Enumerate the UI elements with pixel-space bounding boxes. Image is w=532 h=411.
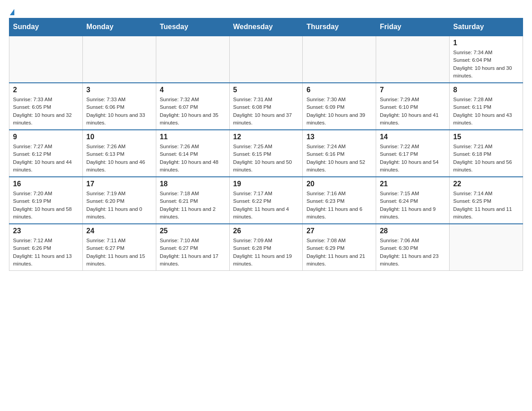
- calendar-cell: 5Sunrise: 7:31 AMSunset: 6:08 PMDaylight…: [229, 83, 303, 130]
- calendar-cell: [9, 36, 83, 83]
- calendar-cell: 12Sunrise: 7:25 AMSunset: 6:15 PMDayligh…: [229, 130, 303, 177]
- day-info: Sunrise: 7:30 AMSunset: 6:09 PMDaylight:…: [306, 96, 372, 127]
- calendar-cell: 24Sunrise: 7:11 AMSunset: 6:27 PMDayligh…: [82, 224, 156, 271]
- calendar-cell: [376, 36, 450, 83]
- calendar-cell: 15Sunrise: 7:21 AMSunset: 6:18 PMDayligh…: [450, 130, 523, 177]
- day-number: 13: [306, 133, 372, 141]
- calendar-cell: 9Sunrise: 7:27 AMSunset: 6:12 PMDaylight…: [9, 130, 83, 177]
- day-number: 18: [160, 180, 226, 188]
- day-info: Sunrise: 7:18 AMSunset: 6:21 PMDaylight:…: [160, 190, 226, 221]
- day-number: 14: [380, 133, 446, 141]
- calendar-cell: 4Sunrise: 7:32 AMSunset: 6:07 PMDaylight…: [156, 83, 229, 130]
- day-number: 8: [453, 86, 519, 94]
- day-number: 1: [453, 39, 519, 47]
- calendar-week-row: 1Sunrise: 7:34 AMSunset: 6:04 PMDaylight…: [9, 36, 523, 83]
- calendar-cell: 7Sunrise: 7:29 AMSunset: 6:10 PMDaylight…: [376, 83, 450, 130]
- day-number: 4: [160, 86, 226, 94]
- day-number: 3: [86, 86, 152, 94]
- day-number: 20: [306, 180, 372, 188]
- calendar-cell: 19Sunrise: 7:17 AMSunset: 6:22 PMDayligh…: [229, 177, 303, 224]
- day-info: Sunrise: 7:27 AMSunset: 6:12 PMDaylight:…: [13, 143, 79, 174]
- calendar-cell: 1Sunrise: 7:34 AMSunset: 6:04 PMDaylight…: [450, 36, 523, 83]
- calendar-cell: 18Sunrise: 7:18 AMSunset: 6:21 PMDayligh…: [156, 177, 229, 224]
- day-number: 2: [13, 86, 79, 94]
- day-of-week-header: Sunday: [9, 18, 83, 36]
- day-number: 24: [86, 227, 152, 235]
- day-number: 7: [380, 86, 446, 94]
- day-info: Sunrise: 7:26 AMSunset: 6:13 PMDaylight:…: [86, 143, 152, 174]
- day-number: 11: [160, 133, 226, 141]
- day-info: Sunrise: 7:19 AMSunset: 6:20 PMDaylight:…: [86, 190, 152, 221]
- day-info: Sunrise: 7:17 AMSunset: 6:22 PMDaylight:…: [233, 190, 299, 221]
- calendar-cell: [156, 36, 229, 83]
- day-number: 27: [306, 227, 372, 235]
- day-info: Sunrise: 7:08 AMSunset: 6:29 PMDaylight:…: [306, 237, 372, 268]
- day-number: 5: [233, 86, 299, 94]
- day-info: Sunrise: 7:14 AMSunset: 6:25 PMDaylight:…: [453, 190, 519, 221]
- day-info: Sunrise: 7:06 AMSunset: 6:30 PMDaylight:…: [380, 237, 446, 268]
- day-info: Sunrise: 7:21 AMSunset: 6:18 PMDaylight:…: [453, 143, 519, 174]
- calendar-cell: 6Sunrise: 7:30 AMSunset: 6:09 PMDaylight…: [303, 83, 376, 130]
- calendar-cell: 22Sunrise: 7:14 AMSunset: 6:25 PMDayligh…: [450, 177, 523, 224]
- day-of-week-header: Monday: [82, 18, 156, 36]
- day-info: Sunrise: 7:09 AMSunset: 6:28 PMDaylight:…: [233, 237, 299, 268]
- day-info: Sunrise: 7:26 AMSunset: 6:14 PMDaylight:…: [160, 143, 226, 174]
- calendar-cell: [303, 36, 376, 83]
- day-number: 16: [13, 180, 79, 188]
- calendar-cell: [450, 224, 523, 271]
- calendar-cell: 26Sunrise: 7:09 AMSunset: 6:28 PMDayligh…: [229, 224, 303, 271]
- calendar-week-row: 9Sunrise: 7:27 AMSunset: 6:12 PMDaylight…: [9, 130, 523, 177]
- calendar-cell: 11Sunrise: 7:26 AMSunset: 6:14 PMDayligh…: [156, 130, 229, 177]
- day-info: Sunrise: 7:31 AMSunset: 6:08 PMDaylight:…: [233, 96, 299, 127]
- day-number: 12: [233, 133, 299, 141]
- calendar-cell: 2Sunrise: 7:33 AMSunset: 6:05 PMDaylight…: [9, 83, 83, 130]
- calendar-cell: 8Sunrise: 7:28 AMSunset: 6:11 PMDaylight…: [450, 83, 523, 130]
- day-info: Sunrise: 7:20 AMSunset: 6:19 PMDaylight:…: [13, 190, 79, 221]
- calendar-cell: 28Sunrise: 7:06 AMSunset: 6:30 PMDayligh…: [376, 224, 450, 271]
- day-number: 21: [380, 180, 446, 188]
- logo-triangle-icon: [10, 9, 14, 15]
- day-info: Sunrise: 7:16 AMSunset: 6:23 PMDaylight:…: [306, 190, 372, 221]
- day-number: 22: [453, 180, 519, 188]
- calendar-table: SundayMondayTuesdayWednesdayThursdayFrid…: [9, 18, 523, 271]
- day-of-week-header: Wednesday: [229, 18, 303, 36]
- day-number: 25: [160, 227, 226, 235]
- calendar-cell: 16Sunrise: 7:20 AMSunset: 6:19 PMDayligh…: [9, 177, 83, 224]
- calendar-cell: 14Sunrise: 7:22 AMSunset: 6:17 PMDayligh…: [376, 130, 450, 177]
- logo: [9, 9, 14, 13]
- day-number: 17: [86, 180, 152, 188]
- day-number: 15: [453, 133, 519, 141]
- day-number: 9: [13, 133, 79, 141]
- day-number: 19: [233, 180, 299, 188]
- day-info: Sunrise: 7:34 AMSunset: 6:04 PMDaylight:…: [453, 49, 519, 80]
- day-number: 6: [306, 86, 372, 94]
- day-number: 10: [86, 133, 152, 141]
- calendar-cell: 25Sunrise: 7:10 AMSunset: 6:27 PMDayligh…: [156, 224, 229, 271]
- calendar-cell: 10Sunrise: 7:26 AMSunset: 6:13 PMDayligh…: [82, 130, 156, 177]
- calendar-cell: 27Sunrise: 7:08 AMSunset: 6:29 PMDayligh…: [303, 224, 376, 271]
- day-info: Sunrise: 7:11 AMSunset: 6:27 PMDaylight:…: [86, 237, 152, 268]
- day-of-week-header: Tuesday: [156, 18, 229, 36]
- day-number: 28: [380, 227, 446, 235]
- day-info: Sunrise: 7:25 AMSunset: 6:15 PMDaylight:…: [233, 143, 299, 174]
- day-number: 23: [13, 227, 79, 235]
- calendar-cell: 20Sunrise: 7:16 AMSunset: 6:23 PMDayligh…: [303, 177, 376, 224]
- calendar-week-row: 23Sunrise: 7:12 AMSunset: 6:26 PMDayligh…: [9, 224, 523, 271]
- day-of-week-header: Saturday: [450, 18, 523, 36]
- day-number: 26: [233, 227, 299, 235]
- calendar-cell: 17Sunrise: 7:19 AMSunset: 6:20 PMDayligh…: [82, 177, 156, 224]
- day-info: Sunrise: 7:12 AMSunset: 6:26 PMDaylight:…: [13, 237, 79, 268]
- page-header: [9, 9, 523, 13]
- calendar-cell: 21Sunrise: 7:15 AMSunset: 6:24 PMDayligh…: [376, 177, 450, 224]
- day-info: Sunrise: 7:29 AMSunset: 6:10 PMDaylight:…: [380, 96, 446, 127]
- day-of-week-header: Thursday: [303, 18, 376, 36]
- day-info: Sunrise: 7:10 AMSunset: 6:27 PMDaylight:…: [160, 237, 226, 268]
- day-info: Sunrise: 7:22 AMSunset: 6:17 PMDaylight:…: [380, 143, 446, 174]
- calendar-header-row: SundayMondayTuesdayWednesdayThursdayFrid…: [9, 18, 523, 36]
- calendar-cell: 3Sunrise: 7:33 AMSunset: 6:06 PMDaylight…: [82, 83, 156, 130]
- calendar-cell: 23Sunrise: 7:12 AMSunset: 6:26 PMDayligh…: [9, 224, 83, 271]
- calendar-cell: 13Sunrise: 7:24 AMSunset: 6:16 PMDayligh…: [303, 130, 376, 177]
- calendar-week-row: 2Sunrise: 7:33 AMSunset: 6:05 PMDaylight…: [9, 83, 523, 130]
- calendar-cell: [229, 36, 303, 83]
- day-info: Sunrise: 7:32 AMSunset: 6:07 PMDaylight:…: [160, 96, 226, 127]
